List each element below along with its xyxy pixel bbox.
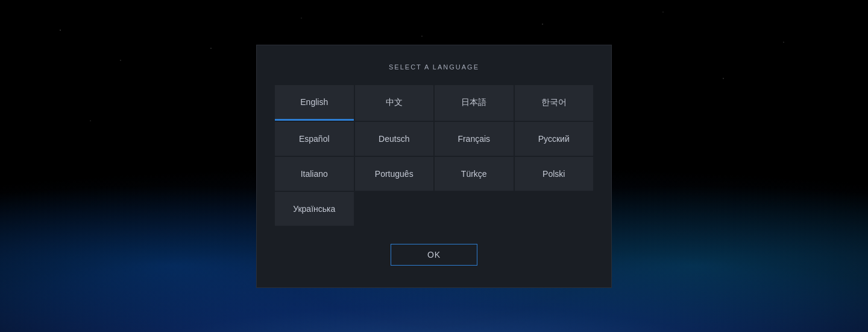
language-grid: English中文日本語한국어EspañolDeutschFrançaisРус… [275, 85, 593, 226]
lang-btn-english[interactable]: English [275, 85, 354, 121]
lang-btn-french[interactable]: Français [435, 122, 514, 156]
lang-btn-turkish[interactable]: Türkçe [435, 157, 514, 191]
ok-button[interactable]: OK [391, 244, 477, 266]
lang-btn-japanese[interactable]: 日本語 [435, 85, 514, 121]
lang-btn-ukrainian[interactable]: Українська [275, 192, 354, 226]
lang-btn-polish[interactable]: Polski [515, 157, 594, 191]
dialog-title: SELECT A LANGUAGE [389, 63, 479, 71]
lang-btn-chinese[interactable]: 中文 [355, 85, 434, 121]
lang-btn-german[interactable]: Deutsch [355, 122, 434, 156]
lang-btn-russian[interactable]: Русский [515, 122, 594, 156]
lang-btn-spanish[interactable]: Español [275, 122, 354, 156]
lang-btn-korean[interactable]: 한국어 [515, 85, 594, 121]
language-select-dialog: SELECT A LANGUAGE English中文日本語한국어Español… [256, 45, 612, 288]
lang-btn-italian[interactable]: Italiano [275, 157, 354, 191]
lang-btn-portuguese[interactable]: Português [355, 157, 434, 191]
